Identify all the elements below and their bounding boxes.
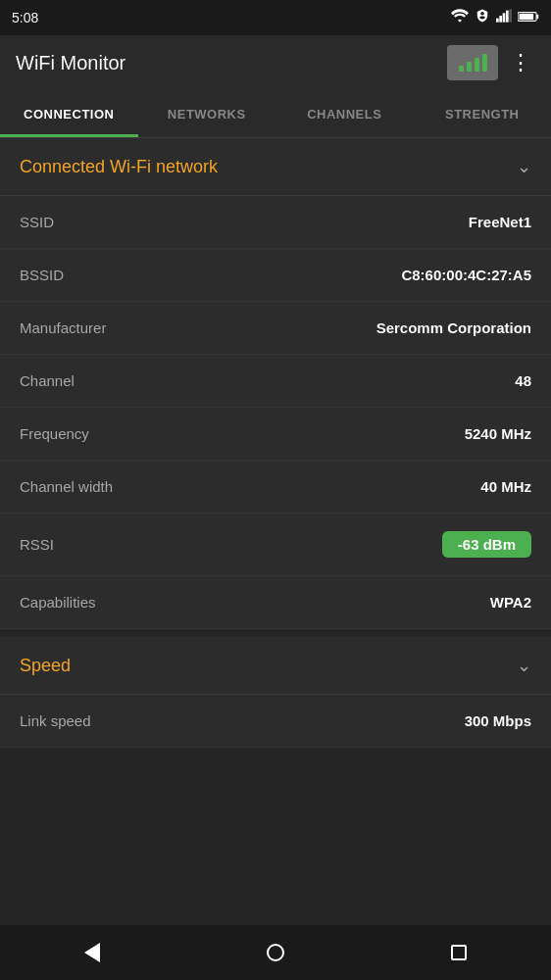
capabilities-label: Capabilities — [20, 594, 96, 611]
svg-rect-0 — [496, 19, 499, 23]
rssi-label: RSSI — [20, 536, 54, 553]
status-icons — [451, 9, 539, 26]
link-speed-row: Link speed 300 Mbps — [0, 695, 551, 748]
manufacturer-label: Manufacturer — [20, 319, 106, 336]
speed-section: Speed ⌄ Link speed 300 Mbps — [0, 637, 551, 748]
svg-rect-2 — [503, 13, 506, 22]
signal-bars-icon — [459, 54, 487, 72]
link-speed-label: Link speed — [20, 712, 91, 729]
capabilities-row: Capabilities WPA2 — [0, 576, 551, 629]
wifi-status-icon — [451, 9, 469, 26]
home-icon — [267, 944, 284, 961]
rssi-row: RSSI -63 dBm — [0, 514, 551, 576]
app-bar-actions: ⋮ — [447, 45, 535, 80]
channel-width-label: Channel width — [20, 478, 113, 495]
svg-rect-4 — [509, 9, 512, 22]
more-options-button[interactable]: ⋮ — [506, 46, 535, 79]
signal-bar-2 — [467, 62, 472, 72]
ssid-label: SSID — [20, 214, 54, 230]
recents-icon — [451, 945, 467, 960]
vpn-status-icon — [475, 9, 490, 26]
recents-button[interactable] — [439, 933, 478, 972]
connected-network-header[interactable]: Connected Wi-Fi network ⌄ — [0, 138, 551, 196]
manufacturer-value: Sercomm Corporation — [376, 319, 531, 336]
bssid-row: BSSID C8:60:00:4C:27:A5 — [0, 249, 551, 302]
chevron-up-icon: ⌄ — [517, 156, 531, 177]
tab-connection[interactable]: CONNECTION — [0, 90, 138, 137]
connected-network-section: Connected Wi-Fi network ⌄ SSID FreeNet1 … — [0, 138, 551, 629]
frequency-value: 5240 MHz — [465, 425, 531, 442]
channel-width-row: Channel width 40 MHz — [0, 461, 551, 514]
frequency-row: Frequency 5240 MHz — [0, 408, 551, 461]
svg-rect-3 — [506, 11, 509, 23]
back-button[interactable] — [73, 933, 112, 972]
tab-bar: CONNECTION NETWORKS CHANNELS STRENGTH — [0, 90, 551, 138]
signal-bar-1 — [459, 66, 464, 72]
app-bar: WiFi Monitor ⋮ — [0, 35, 551, 90]
speed-section-header[interactable]: Speed ⌄ — [0, 637, 551, 695]
svg-rect-1 — [499, 16, 502, 23]
channel-row: Channel 48 — [0, 355, 551, 408]
signal-bar-4 — [482, 54, 487, 72]
manufacturer-row: Manufacturer Sercomm Corporation — [0, 302, 551, 355]
app-title: WiFi Monitor — [16, 52, 125, 74]
back-icon — [84, 943, 100, 962]
link-speed-value: 300 Mbps — [465, 712, 531, 729]
main-content: Connected Wi-Fi network ⌄ SSID FreeNet1 … — [0, 138, 551, 926]
signal-status-icon — [496, 9, 512, 26]
frequency-label: Frequency — [20, 425, 89, 442]
signal-strength-button[interactable] — [447, 45, 498, 80]
bssid-label: BSSID — [20, 267, 64, 283]
bssid-value: C8:60:00:4C:27:A5 — [401, 267, 531, 283]
channel-value: 48 — [515, 372, 531, 389]
battery-status-icon — [518, 9, 539, 26]
capabilities-value: WPA2 — [490, 594, 531, 611]
rssi-badge: -63 dBm — [442, 531, 531, 558]
ssid-row: SSID FreeNet1 — [0, 196, 551, 249]
home-button[interactable] — [256, 933, 295, 972]
bottom-nav — [0, 925, 551, 980]
status-bar: 5:08 — [0, 0, 551, 35]
speed-chevron-up-icon: ⌄ — [517, 655, 531, 676]
ssid-value: FreeNet1 — [469, 214, 531, 230]
tab-networks[interactable]: NETWORKS — [138, 90, 276, 137]
tab-channels[interactable]: CHANNELS — [276, 90, 414, 137]
signal-bar-3 — [475, 58, 479, 72]
tab-strength[interactable]: STRENGTH — [414, 90, 552, 137]
connected-network-title: Connected Wi-Fi network — [20, 157, 218, 177]
channel-width-value: 40 MHz — [480, 478, 531, 495]
status-time: 5:08 — [12, 10, 38, 25]
channel-label: Channel — [20, 372, 75, 389]
svg-rect-7 — [536, 15, 538, 19]
speed-title: Speed — [20, 656, 71, 676]
svg-rect-6 — [519, 14, 533, 20]
